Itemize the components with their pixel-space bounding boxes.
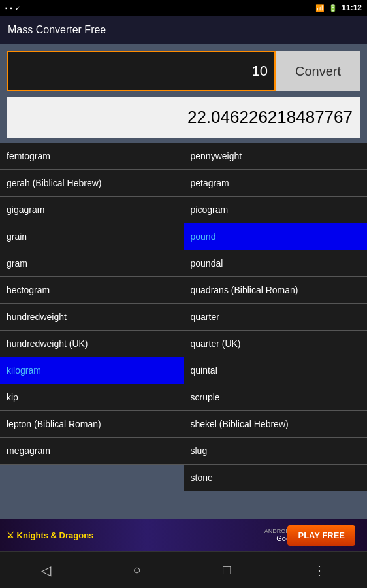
app-icon-2: ▪ xyxy=(10,5,13,12)
content-area: Convert 22.046226218487767 femtogramgera… xyxy=(0,44,367,519)
list-item[interactable]: petagram xyxy=(184,170,368,197)
back-button[interactable]: ◁ xyxy=(28,557,64,583)
ad-banner: ⚔ Knights & Dragons ANDROID APP ON Googl… xyxy=(0,519,367,551)
app-bar: Mass Converter Free xyxy=(0,16,367,44)
status-bar: ▪ ▪ ✓ 📶 🔋 11:12 xyxy=(0,0,367,16)
list-item[interactable]: gram xyxy=(0,250,184,277)
input-row: Convert xyxy=(7,51,360,91)
battery-icon: 🔋 xyxy=(328,4,338,12)
app-icon-3: ✓ xyxy=(15,5,20,12)
right-list: pennyweightpetagrampicogrampoundpoundalq… xyxy=(184,143,368,519)
result-box: 22.046226218487767 xyxy=(7,97,360,138)
list-item[interactable]: femtogram xyxy=(0,143,184,170)
ad-banner-content: ⚔ Knights & Dragons ANDROID APP ON Googl… xyxy=(0,519,367,551)
list-item[interactable]: lepton (Biblical Roman) xyxy=(0,411,184,438)
ad-play-button[interactable]: PLAY FREE xyxy=(287,525,355,546)
nav-bar: ◁ ○ □ ⋮ xyxy=(0,551,367,588)
list-item[interactable]: quarter (UK) xyxy=(184,331,368,357)
list-item[interactable]: stone xyxy=(184,465,368,491)
result-value: 22.046226218487767 xyxy=(187,107,353,127)
list-item[interactable]: quintal xyxy=(184,357,368,384)
list-item[interactable]: hectogram xyxy=(0,277,184,304)
list-item[interactable]: picogram xyxy=(184,197,368,223)
status-time: 11:12 xyxy=(342,3,362,12)
list-item[interactable]: slug xyxy=(184,438,368,465)
list-item[interactable]: megagram xyxy=(0,438,184,465)
recent-apps-button[interactable]: □ xyxy=(210,557,244,583)
home-button[interactable]: ○ xyxy=(120,557,154,583)
convert-button[interactable]: Convert xyxy=(276,51,360,91)
ad-logo: ⚔ Knights & Dragons xyxy=(7,531,93,540)
list-item[interactable]: hundredweight xyxy=(0,304,184,331)
list-item[interactable]: pennyweight xyxy=(184,143,368,170)
list-item[interactable]: kilogram xyxy=(0,357,184,384)
list-item[interactable]: grain xyxy=(0,223,184,250)
list-item[interactable]: poundal xyxy=(184,250,368,277)
list-item[interactable]: gigagram xyxy=(0,197,184,223)
left-list: femtogramgerah (Biblical Hebrew)gigagram… xyxy=(0,143,184,519)
app-title: Mass Converter Free xyxy=(8,24,106,36)
menu-button[interactable]: ⋮ xyxy=(300,557,339,583)
lists-container: femtogramgerah (Biblical Hebrew)gigagram… xyxy=(0,143,367,519)
list-item[interactable]: hundredweight (UK) xyxy=(0,331,184,357)
status-icons: ▪ ▪ ✓ xyxy=(5,5,20,12)
wifi-icon: 📶 xyxy=(315,4,325,12)
number-input[interactable] xyxy=(7,51,276,91)
list-item[interactable]: quarter xyxy=(184,304,368,331)
list-item[interactable]: shekel (Biblical Hebrew) xyxy=(184,411,368,438)
app-icon-1: ▪ xyxy=(5,5,8,12)
list-item[interactable]: scruple xyxy=(184,384,368,411)
list-item[interactable]: kip xyxy=(0,384,184,411)
app-wrapper: ▪ ▪ ✓ 📶 🔋 11:12 Mass Converter Free Conv… xyxy=(0,0,367,588)
list-item[interactable]: gerah (Biblical Hebrew) xyxy=(0,170,184,197)
list-item[interactable]: quadrans (Biblical Roman) xyxy=(184,277,368,304)
list-item[interactable]: pound xyxy=(184,223,368,250)
